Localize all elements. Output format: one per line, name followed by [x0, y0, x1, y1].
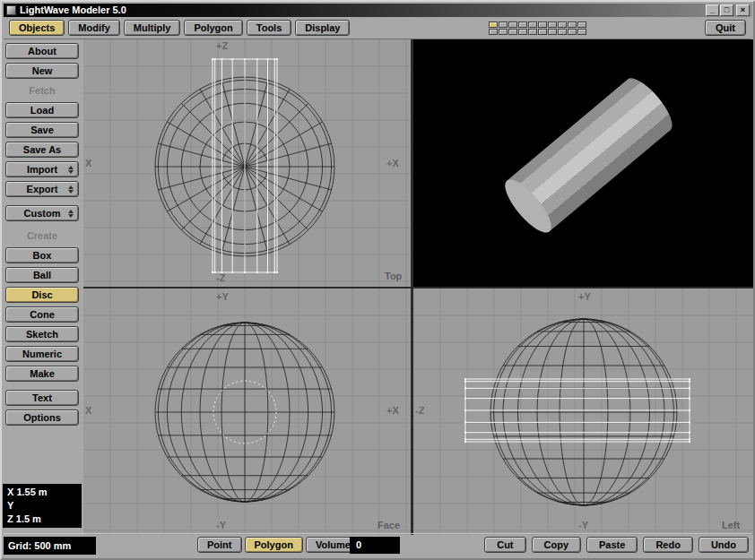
- app-window: LightWave Modeler 5.0 _ □ × ObjectsModif…: [0, 0, 755, 560]
- popup-arrows-icon: [68, 185, 74, 194]
- sidebar-item-save-as[interactable]: Save As: [5, 142, 79, 158]
- tab-multiply[interactable]: Multiply: [124, 20, 181, 36]
- sidebar-item-label: Custom: [24, 208, 61, 219]
- redo-button[interactable]: Redo: [643, 537, 693, 553]
- grid-size-display: Grid: 500 mm: [4, 537, 96, 555]
- mode-point-button[interactable]: Point: [197, 537, 242, 553]
- tab-display[interactable]: Display: [295, 20, 350, 36]
- axis-label: -Z: [216, 272, 225, 283]
- minimize-button[interactable]: _: [706, 4, 719, 16]
- axis-label: +X: [386, 158, 399, 168]
- bank-button[interactable]: [528, 22, 537, 28]
- sidebar-section-create: Create: [5, 228, 79, 244]
- axis-label: +Y: [578, 291, 591, 302]
- viewport-preview[interactable]: [413, 39, 753, 287]
- cut-button[interactable]: Cut: [484, 537, 525, 553]
- sidebar-item-sketch[interactable]: Sketch: [5, 326, 79, 342]
- app-icon: [6, 5, 16, 15]
- viewport-left[interactable]: +Y -Y -Z Left: [413, 289, 753, 535]
- sidebar: AboutNewFetchLoadSaveSave AsImportExport…: [5, 43, 79, 426]
- bank-button[interactable]: [508, 22, 517, 28]
- sidebar-item-label: Import: [27, 164, 57, 175]
- tab-polygon[interactable]: Polygon: [184, 20, 242, 36]
- bank-button[interactable]: [499, 22, 508, 28]
- copy-button[interactable]: Copy: [532, 537, 582, 553]
- bank-button[interactable]: [518, 22, 527, 28]
- bank-button[interactable]: [538, 29, 547, 35]
- bank-button[interactable]: [528, 29, 537, 35]
- sidebar-item-options[interactable]: Options: [5, 409, 79, 426]
- sidebar-item-label: Load: [30, 105, 54, 116]
- count-display[interactable]: 0: [350, 537, 400, 554]
- sidebar-item-label: About: [28, 46, 56, 56]
- coordinate-readout: X 1.55 m Y Z 1.5 m: [3, 484, 82, 528]
- tab-tools[interactable]: Tools: [247, 20, 292, 36]
- axis-label: +X: [386, 405, 399, 416]
- sidebar-item-label: Text: [32, 392, 52, 403]
- bank-button[interactable]: [499, 29, 508, 35]
- viewport-label-face: Face: [378, 520, 400, 530]
- sidebar-item-label: Save: [30, 125, 54, 135]
- bank-button[interactable]: [568, 22, 577, 28]
- tab-objects[interactable]: Objects: [9, 20, 65, 36]
- sidebar-item-label: Sketch: [26, 329, 58, 340]
- sidebar-item-new[interactable]: New: [5, 63, 79, 79]
- tab-modify[interactable]: Modify: [68, 20, 119, 36]
- sidebar-item-label: Box: [33, 250, 52, 261]
- bank-button[interactable]: [568, 29, 577, 35]
- quit-button[interactable]: Quit: [705, 20, 746, 36]
- sidebar-item-import[interactable]: Import: [5, 161, 79, 177]
- window-controls: _ □ ×: [706, 4, 750, 16]
- window-title: LightWave Modeler 5.0: [20, 4, 706, 17]
- axis-label: X: [85, 158, 91, 168]
- bank-button[interactable]: [508, 29, 517, 35]
- undo-button[interactable]: Undo: [699, 537, 749, 553]
- menu-tabs: ObjectsModifyMultiplyPolygonToolsDisplay: [9, 20, 350, 36]
- left-view-wireframe: [413, 289, 753, 535]
- viewport-face[interactable]: +Y -Y X +X Face: [83, 289, 411, 535]
- viewport-top[interactable]: +Z -Z X +X Top: [83, 39, 411, 287]
- bank-button[interactable]: [577, 22, 586, 28]
- sidebar-item-ball[interactable]: Ball: [5, 267, 79, 283]
- sidebar-item-box[interactable]: Box: [5, 247, 79, 263]
- axis-label: +Y: [216, 291, 229, 302]
- sidebar-item-load[interactable]: Load: [5, 102, 79, 118]
- sidebar-item-save[interactable]: Save: [5, 122, 79, 138]
- statusbar: Grid: 500 mm PointPolygonVolume 0 CutCop…: [4, 533, 751, 556]
- sidebar-item-text[interactable]: Text: [5, 390, 79, 406]
- sidebar-item-label: Export: [27, 184, 58, 194]
- bank-button[interactable]: [558, 22, 567, 28]
- bank-button[interactable]: [558, 29, 567, 35]
- sidebar-item-cone[interactable]: Cone: [5, 306, 79, 323]
- axis-label: -Z: [415, 405, 424, 416]
- bank-button[interactable]: [518, 29, 527, 35]
- coord-x: X 1.55 m: [7, 486, 77, 499]
- sidebar-item-label: Ball: [33, 270, 51, 280]
- viewport-label-left: Left: [722, 520, 740, 530]
- sidebar-item-fetch: Fetch: [5, 82, 79, 99]
- sidebar-item-make[interactable]: Make: [5, 366, 79, 382]
- sidebar-item-custom[interactable]: Custom: [5, 205, 79, 221]
- axis-label: -Y: [216, 520, 226, 530]
- bank-button[interactable]: [577, 29, 586, 35]
- sidebar-item-numeric[interactable]: Numeric: [5, 346, 79, 362]
- bank-button[interactable]: [538, 22, 547, 28]
- mode-polygon-button[interactable]: Polygon: [245, 537, 303, 553]
- sidebar-item-about[interactable]: About: [5, 43, 79, 59]
- sidebar-item-export[interactable]: Export: [5, 181, 79, 197]
- titlebar[interactable]: LightWave Modeler 5.0 _ □ ×: [4, 4, 751, 17]
- selection-mode-group: PointPolygonVolume: [197, 537, 360, 553]
- close-button[interactable]: ×: [736, 4, 750, 16]
- top-view-wireframe: [83, 39, 411, 287]
- bank-button[interactable]: [548, 29, 557, 35]
- bank-grid: [489, 22, 586, 35]
- bank-button[interactable]: [489, 29, 498, 35]
- axis-label: -Y: [578, 520, 588, 530]
- paste-button[interactable]: Paste: [586, 537, 638, 553]
- maximize-button[interactable]: □: [720, 4, 733, 16]
- sidebar-item-disc[interactable]: Disc: [5, 287, 79, 303]
- axis-label: +Z: [216, 40, 228, 51]
- sidebar-item-label: Create: [27, 230, 57, 241]
- bank-button[interactable]: [489, 22, 498, 28]
- bank-button[interactable]: [548, 22, 557, 28]
